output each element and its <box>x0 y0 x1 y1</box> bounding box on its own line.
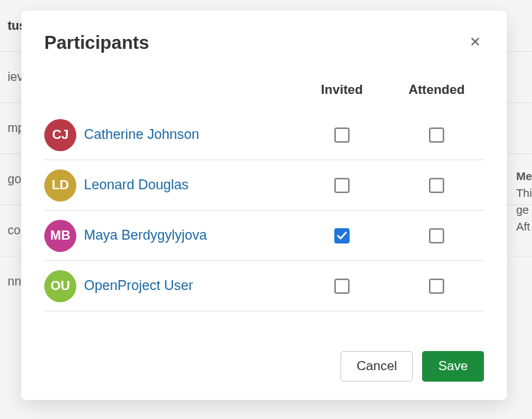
close-icon: ✕ <box>469 34 481 50</box>
invited-checkbox[interactable] <box>334 127 350 143</box>
participants-table: Invited Attended CJCatherine JohnsonLDLe… <box>44 76 484 336</box>
save-button[interactable]: Save <box>422 351 484 382</box>
attended-checkbox[interactable] <box>429 279 444 294</box>
attended-checkbox[interactable] <box>429 127 444 143</box>
participant-name-link[interactable]: Catherine Johnson <box>84 127 199 143</box>
participant-row: CJCatherine Johnson <box>44 110 484 160</box>
invited-checkbox[interactable] <box>334 228 350 243</box>
modal-title: Participants <box>44 32 149 53</box>
participant-row: MBMaya Berdygylyjova <box>44 211 484 261</box>
participant-name-link[interactable]: Maya Berdygylyjova <box>84 227 207 243</box>
table-header: Invited Attended <box>44 76 484 110</box>
close-button[interactable]: ✕ <box>466 32 484 52</box>
invited-checkbox[interactable] <box>334 279 350 294</box>
avatar: MB <box>44 220 76 252</box>
modal-footer: Cancel Save <box>44 336 484 382</box>
participant-row: LDLeonard Douglas <box>44 160 484 211</box>
avatar: CJ <box>44 119 76 151</box>
avatar: OU <box>44 270 76 302</box>
column-invited: Invited <box>295 82 389 98</box>
participant-name-link[interactable]: OpenProject User <box>84 278 193 294</box>
participants-modal: Participants ✕ Invited Attended CJCather… <box>21 11 507 400</box>
attended-checkbox[interactable] <box>429 178 444 193</box>
column-attended: Attended <box>389 82 484 98</box>
avatar: LD <box>44 169 76 201</box>
participant-name-link[interactable]: Leonard Douglas <box>84 177 189 193</box>
participant-row: OUOpenProject User <box>44 261 484 311</box>
attended-checkbox[interactable] <box>429 228 444 243</box>
cancel-button[interactable]: Cancel <box>340 351 413 382</box>
check-icon <box>337 230 347 241</box>
invited-checkbox[interactable] <box>334 178 350 193</box>
